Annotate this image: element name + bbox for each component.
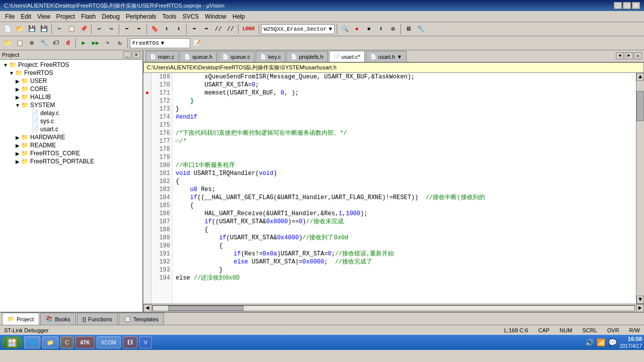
close-button[interactable]: ✕ <box>632 2 640 9</box>
tree-usart[interactable]: ▶ 📄 usart.c <box>1 125 141 133</box>
v-scrollbar[interactable]: ▲ ▼ <box>636 73 644 304</box>
tree-core[interactable]: ▶ 📁 CORE <box>1 85 141 93</box>
window-btn[interactable]: 🖥 <box>403 24 414 35</box>
menu-edit[interactable]: Edit <box>18 12 34 21</box>
indent-btn[interactable]: ⬌ <box>189 24 200 35</box>
taskbar-app-xcom[interactable]: XCOM <box>97 336 121 348</box>
tb2-btn2[interactable]: 📋 <box>14 38 25 49</box>
h-scrollbar[interactable]: ◄ ► <box>143 304 644 312</box>
redo-btn[interactable]: ↪ <box>106 24 117 35</box>
code-line-172: } <box>176 97 636 105</box>
menu-peripherals[interactable]: Peripherals <box>123 12 159 21</box>
bottom-tab-functions[interactable]: {}Functions <box>77 313 118 325</box>
tree-freertos[interactable]: ▼ 📁 FreeRTOS <box>1 69 141 77</box>
panel-minimize-btn[interactable]: _ <box>123 51 131 58</box>
tb2-step-btn[interactable]: ↷ <box>102 38 113 49</box>
target-dropdown[interactable]: FreeRTOS ▼ <box>130 38 190 48</box>
bookmark-prev-btn[interactable]: ⬆ <box>161 24 172 35</box>
title-bar: C:\Users\ALIENTEK\Desktop\FreeRTOS队列操作实验… <box>0 0 644 11</box>
cut-btn[interactable]: ✂ <box>54 24 65 35</box>
maximize-button[interactable]: □ <box>623 2 631 9</box>
tb2-btn5[interactable]: 🏷 <box>50 38 61 49</box>
tb2-btn6[interactable]: d <box>62 38 73 49</box>
tb2-run2-btn[interactable]: ▶▶ <box>90 38 101 49</box>
start-button[interactable]: 🪟 <box>2 336 22 348</box>
menu-view[interactable]: View <box>34 12 53 21</box>
tab-main-c[interactable]: 📄main.c <box>145 51 179 62</box>
minimize-button[interactable]: _ <box>614 2 622 9</box>
tree-delay[interactable]: ▶ 📄 delay.c <box>1 109 141 117</box>
save-btn[interactable]: 💾 <box>26 24 37 35</box>
tree-sys[interactable]: ▶ 📄 sys.c <box>1 117 141 125</box>
menu-svcs[interactable]: SVCS <box>180 12 202 21</box>
outdent-btn[interactable]: ⬌ <box>201 24 212 35</box>
new-file-btn[interactable]: 📄 <box>2 24 13 35</box>
build-btn[interactable]: ■ <box>363 24 374 35</box>
toolbar2: 📁 📋 ⚙ 🔧 🏷 d ▶ ▶▶ ↷ ↻ FreeRTOS ▼ 📝 <box>0 36 644 50</box>
menu-file[interactable]: File <box>2 12 18 21</box>
tb2-step2-btn[interactable]: ↻ <box>114 38 125 49</box>
taskbar-app-compiler[interactable]: C <box>60 336 73 348</box>
open-btn[interactable]: 📂 <box>14 24 25 35</box>
tree-hallib[interactable]: ▶ 📁 HALLIB <box>1 93 141 101</box>
tb2-btn4[interactable]: 🔧 <box>38 38 49 49</box>
download-btn[interactable]: ⬇ <box>375 24 386 35</box>
tb2-run-btn[interactable]: ▶ <box>78 38 89 49</box>
nav-fwd-btn[interactable]: ➡ <box>133 24 144 35</box>
tree-system[interactable]: ▼ 📁 SYSTEM <box>1 101 141 109</box>
panel-close-btn[interactable]: ✕ <box>132 51 140 58</box>
taskbar-app-explorer[interactable]: 📁 <box>42 336 58 348</box>
goto-btn[interactable]: 🔍 <box>339 24 350 35</box>
copy-btn[interactable]: 📋 <box>66 24 77 35</box>
menu-project[interactable]: Project <box>53 12 78 21</box>
bottom-tab-functions-label: Functions <box>88 316 112 322</box>
menu-window[interactable]: Window <box>202 12 229 21</box>
tab-projdefs-h[interactable]: 📄projdefs.h <box>286 51 328 62</box>
compile-btn[interactable]: ● <box>351 24 362 35</box>
taskbar-app-vnc[interactable]: V <box>139 336 152 348</box>
bookmark-btn[interactable]: 🔖 <box>149 24 160 35</box>
tb2-btn1[interactable]: 📁 <box>2 38 13 49</box>
tab-usart-h[interactable]: 📄usart.h ▼ <box>366 51 407 62</box>
debug-btn[interactable]: ⚙ <box>387 24 398 35</box>
taskbar-app-ie[interactable]: 🌐 <box>24 336 40 348</box>
bottom-tab-books[interactable]: 📚Books <box>40 313 76 325</box>
bottom-tab-templates[interactable]: 📋Templates <box>119 313 164 325</box>
bottom-tab-project[interactable]: 📁Project <box>2 313 39 325</box>
undo-btn[interactable]: ↩ <box>94 24 105 35</box>
paste-btn[interactable]: 📌 <box>78 24 89 35</box>
tree-hardware[interactable]: ▶ 📁 HARDWARE <box>1 133 141 141</box>
menu-tools[interactable]: Tools <box>159 12 180 21</box>
save-all-btn[interactable]: 💾 <box>38 24 49 35</box>
tree-readme[interactable]: ▶ 📁 README <box>1 141 141 149</box>
tree-freertos-portable-label: FreeRTOS_PORTABLE <box>30 158 94 165</box>
tab-scroll-right[interactable]: ► <box>625 52 633 59</box>
editor-content[interactable]: ● <box>143 73 644 304</box>
tab-queue-h[interactable]: 📄queue.h <box>180 51 217 62</box>
bookmark-next-btn[interactable]: ⬇ <box>173 24 184 35</box>
logo-btn[interactable]: LOGO <box>240 24 257 35</box>
menu-help[interactable]: Help <box>229 12 248 21</box>
code-lines[interactable]: xQueueSendFromISR(Message_Queue, USART_R… <box>173 73 636 304</box>
options-btn[interactable]: 🔧 <box>415 24 426 35</box>
menu-debug[interactable]: Debug <box>99 12 123 21</box>
tree-freertos-core[interactable]: ▶ 📁 FreeRTOS_CORE <box>1 149 141 157</box>
uncomment-btn[interactable]: // <box>225 24 236 35</box>
taskbar-app-atk[interactable]: ATK <box>75 336 95 348</box>
tab-close[interactable]: ✕ <box>634 52 642 59</box>
taskbar-app-ppt[interactable]: 🎞 <box>123 336 137 348</box>
tree-user[interactable]: ▶ 📁 USER <box>1 77 141 85</box>
tree-root[interactable]: ▼ 📁 Project: FreeRTOS <box>1 61 141 69</box>
comment-btn[interactable]: // <box>213 24 224 35</box>
tb2-settings-btn[interactable]: 📝 <box>191 38 202 49</box>
tab-scroll-left[interactable]: ◄ <box>616 52 624 59</box>
tb2-btn3[interactable]: ⚙ <box>26 38 37 49</box>
tab-usart-c[interactable]: 📄usart.c* <box>329 51 365 62</box>
menu-flash[interactable]: Flash <box>78 12 99 21</box>
nav-back-btn[interactable]: ⬅ <box>121 24 132 35</box>
tree-root-label: Project: FreeRTOS <box>18 61 69 68</box>
function-dropdown[interactable]: W25QXX_Erase_Sector ▼ <box>261 24 335 34</box>
tab-queue-c[interactable]: 📄queue.c <box>218 51 255 62</box>
tab-key-c[interactable]: 📄key.c <box>256 51 285 62</box>
tree-freertos-portable[interactable]: ▶ 📁 FreeRTOS_PORTABLE <box>1 157 141 165</box>
